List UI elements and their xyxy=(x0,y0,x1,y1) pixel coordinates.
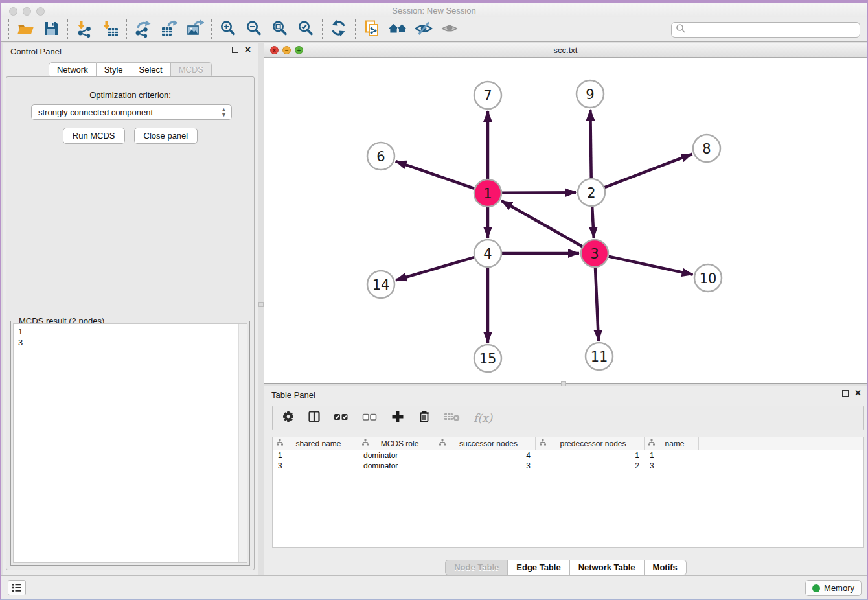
node-6[interactable]: 6 xyxy=(367,143,394,170)
edge-3-1[interactable] xyxy=(501,201,582,246)
node-15[interactable]: 15 xyxy=(474,345,501,372)
mcds-result-box[interactable]: 1 3 xyxy=(13,323,247,563)
network-titlebar[interactable]: x – + scc.txt xyxy=(264,43,867,58)
edge-1-6[interactable] xyxy=(396,161,475,189)
apply-layout-button[interactable] xyxy=(326,19,352,40)
show-graphics-button[interactable] xyxy=(437,19,463,40)
function-builder-button[interactable]: f(x) xyxy=(474,411,492,424)
delete-column-button[interactable] xyxy=(418,410,431,426)
task-history-button[interactable] xyxy=(8,580,26,595)
node-11[interactable]: 11 xyxy=(586,343,613,370)
cell-MCDS-role[interactable]: dominator xyxy=(358,450,435,461)
tab-network[interactable]: Network xyxy=(49,62,97,78)
tab-network-table[interactable]: Network Table xyxy=(570,560,645,575)
close-panel-icon[interactable]: ✕ xyxy=(244,47,251,53)
edge-1-2[interactable] xyxy=(502,192,576,193)
svg-text:11: 11 xyxy=(591,349,608,365)
column-header-shared-name[interactable]: shared name xyxy=(273,437,358,450)
column-header-predecessor-nodes[interactable]: predecessor nodes xyxy=(536,437,645,450)
show-columns-button[interactable] xyxy=(308,410,321,426)
zoom-out-button[interactable] xyxy=(241,19,267,40)
node-4[interactable]: 4 xyxy=(474,240,501,267)
edge-3-11[interactable] xyxy=(595,268,599,341)
column-header-name[interactable]: name xyxy=(645,437,699,450)
column-header-label: name xyxy=(657,439,698,448)
table-row[interactable]: 3dominator323 xyxy=(273,461,863,471)
tab-motifs[interactable]: Motifs xyxy=(645,560,687,575)
cell-successor-nodes[interactable]: 4 xyxy=(435,450,536,461)
save-session-button[interactable] xyxy=(38,19,64,40)
deselect-all-columns-button[interactable] xyxy=(362,410,378,426)
cell-MCDS-role[interactable]: dominator xyxy=(358,461,435,471)
column-sort-icon xyxy=(276,439,286,448)
column-header-MCDS-role[interactable]: MCDS role xyxy=(358,437,435,450)
toolbar-search[interactable] xyxy=(671,22,860,38)
table-settings-button[interactable] xyxy=(282,410,295,426)
home-networks-button[interactable] xyxy=(385,19,411,40)
tab-edge-table[interactable]: Edge Table xyxy=(508,560,569,575)
open-session-button[interactable] xyxy=(12,19,38,40)
cell-name[interactable]: 1 xyxy=(645,450,699,461)
node-3[interactable]: 3 xyxy=(581,240,608,267)
node-7[interactable]: 7 xyxy=(474,82,501,109)
memory-button[interactable]: Memory xyxy=(805,580,862,596)
close-panel-button[interactable]: Close panel xyxy=(134,128,198,144)
tab-mcds[interactable]: MCDS xyxy=(171,62,212,78)
select-all-columns-button[interactable] xyxy=(334,410,349,426)
cell-shared-name[interactable]: 3 xyxy=(273,461,358,471)
edge-2-9[interactable] xyxy=(590,110,591,178)
column-header-label: predecessor nodes xyxy=(549,439,644,448)
node-10[interactable]: 10 xyxy=(694,264,722,292)
cell-predecessor-nodes[interactable]: 2 xyxy=(536,461,645,471)
svg-text:8: 8 xyxy=(702,141,711,157)
close-table-panel-icon[interactable]: ✕ xyxy=(854,390,862,397)
create-column-button[interactable] xyxy=(391,410,405,426)
save-icon xyxy=(42,19,60,40)
table-row[interactable]: 1dominator411 xyxy=(273,450,863,461)
node-2[interactable]: 2 xyxy=(578,179,605,206)
splitter-handle-vertical[interactable] xyxy=(258,302,264,307)
edge-3-10[interactable] xyxy=(608,257,692,275)
import-network-button[interactable] xyxy=(71,19,97,40)
float-panel-icon[interactable] xyxy=(232,47,238,53)
table-body: 1dominator4113dominator323 xyxy=(273,450,863,471)
splitter-handle-horizontal[interactable] xyxy=(561,381,566,386)
tab-select[interactable]: Select xyxy=(131,62,171,78)
tab-node-table[interactable]: Node Table xyxy=(445,560,508,575)
node-8[interactable]: 8 xyxy=(693,135,720,162)
column-header-successor-nodes[interactable]: successor nodes xyxy=(435,437,536,450)
svg-text:14: 14 xyxy=(372,277,390,293)
cell-name[interactable]: 3 xyxy=(645,461,699,471)
hide-graphics-button[interactable] xyxy=(411,19,437,40)
table-panel: Table Panel ✕ f(x) shared nameMCDS roles… xyxy=(264,386,868,575)
export-image-button[interactable] xyxy=(182,19,208,40)
edge-2-3[interactable] xyxy=(592,207,594,238)
network-canvas[interactable]: 7968124314101511 xyxy=(264,58,867,383)
node-9[interactable]: 9 xyxy=(577,80,604,108)
result-scrollbar[interactable] xyxy=(238,324,247,562)
import-table-button[interactable] xyxy=(97,19,123,40)
node-1[interactable]: 1 xyxy=(474,179,501,207)
eye-slash-icon xyxy=(415,19,433,40)
tab-style[interactable]: Style xyxy=(97,62,131,78)
criterion-select[interactable]: strongly connected component ▲▼ xyxy=(31,104,232,120)
export-table-button[interactable] xyxy=(156,19,182,40)
network-from-selection-button[interactable] xyxy=(359,19,385,40)
run-mcds-button[interactable]: Run MCDS xyxy=(63,128,125,144)
export-network-button[interactable] xyxy=(130,19,156,40)
float-table-panel-icon[interactable] xyxy=(842,390,849,397)
edge-2-8[interactable] xyxy=(605,154,692,188)
node-14[interactable]: 14 xyxy=(367,271,394,298)
node-table[interactable]: shared nameMCDS rolesuccessor nodesprede… xyxy=(272,437,864,548)
cell-predecessor-nodes[interactable]: 1 xyxy=(536,450,645,461)
zoom-fit-button[interactable] xyxy=(267,19,293,40)
zoom-in-button[interactable] xyxy=(215,19,241,40)
network-graph[interactable]: 7968124314101511 xyxy=(264,58,867,384)
mcds-result-text: 1 3 xyxy=(14,324,247,348)
search-input[interactable] xyxy=(686,25,856,34)
destroy-table-button[interactable] xyxy=(444,411,461,425)
zoom-selected-button[interactable] xyxy=(293,19,319,40)
cell-shared-name[interactable]: 1 xyxy=(273,450,358,461)
cell-successor-nodes[interactable]: 3 xyxy=(435,461,536,471)
edge-4-14[interactable] xyxy=(396,257,474,280)
